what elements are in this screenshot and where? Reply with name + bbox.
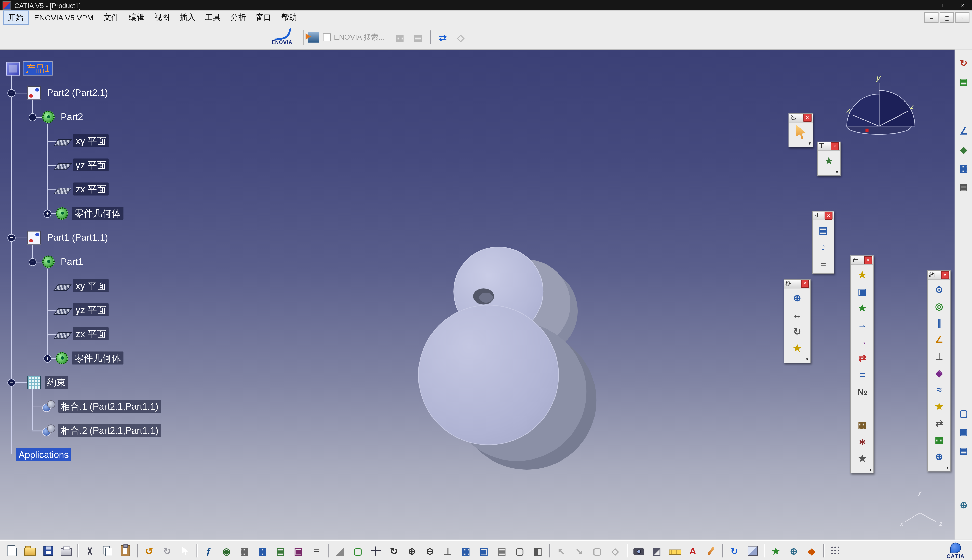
tree-item[interactable]: Applications <box>4 442 208 467</box>
save-icon[interactable] <box>40 543 57 559</box>
world-axis-icon[interactable]: ⊕ <box>956 496 972 512</box>
transfer-icon[interactable]: ⇄ <box>434 30 451 45</box>
toolbar-more-icon[interactable]: ▾ <box>806 358 808 362</box>
formula-icon[interactable]: ƒ <box>200 543 217 559</box>
tree-item-icon[interactable] <box>54 139 72 146</box>
knowledge-icon[interactable]: ◉ <box>218 543 235 559</box>
tree-item-label[interactable]: zx 平面 <box>73 327 109 340</box>
close-icon[interactable]: × <box>864 256 872 264</box>
enovia-window-icon[interactable]: ▤ <box>410 30 427 45</box>
material-icon[interactable]: ◆ <box>803 543 820 559</box>
normal-view-icon[interactable]: ⊥ <box>439 543 456 559</box>
gears-icon[interactable]: ★ <box>768 543 784 559</box>
tree-expand-handle[interactable] <box>7 233 15 242</box>
maximize-button[interactable]: □ <box>935 0 954 10</box>
tree-item-label[interactable]: 约束 <box>45 375 68 388</box>
toolbar-title-bar[interactable]: 约 × <box>928 271 950 280</box>
tree-item-label[interactable]: yz 平面 <box>73 303 109 316</box>
menu-help[interactable]: 帮助 <box>277 11 301 24</box>
close-icon[interactable]: × <box>801 280 809 288</box>
toolbar-title-bar[interactable]: 选 × <box>789 114 813 122</box>
tree-item-label[interactable]: 零件几何体 <box>72 207 123 220</box>
offset-constraint-icon[interactable]: ∥ <box>931 315 947 330</box>
tree-item[interactable]: 零件几何体 <box>4 346 208 370</box>
tree-expand-handle[interactable] <box>28 113 37 121</box>
menu-edit[interactable]: 编辑 <box>125 11 149 24</box>
toolbar-more-icon[interactable]: ▾ <box>869 468 872 472</box>
tree-item-label[interactable]: Part2 <box>59 110 85 123</box>
frame-table-icon[interactable]: ▤ <box>956 442 972 458</box>
fly-down-icon[interactable]: ↘ <box>571 543 588 559</box>
render-style-icon[interactable]: ◩ <box>649 543 665 559</box>
tree-item-icon[interactable] <box>42 255 55 268</box>
multi-view-icon[interactable]: ▦ <box>457 543 474 559</box>
tree-item-icon[interactable] <box>54 188 72 194</box>
copy-icon[interactable] <box>99 543 116 559</box>
quick-view-icon[interactable]: ▣ <box>475 543 492 559</box>
cut-icon[interactable] <box>81 543 98 559</box>
close-icon[interactable]: × <box>825 212 833 220</box>
smart-move-icon[interactable]: ★ <box>789 340 805 356</box>
tree-item-label[interactable]: 相合.1 (Part2.1,Part1.1) <box>59 400 161 413</box>
quick-constraint-icon[interactable]: ≈ <box>931 382 947 397</box>
close-icon[interactable]: × <box>831 142 839 150</box>
enovia-pdm-icon[interactable]: ▦ <box>391 30 408 45</box>
distance-analysis-icon[interactable]: ▤ <box>956 178 972 194</box>
toolbar-more-icon[interactable]: ▾ <box>836 170 838 174</box>
tree-expand-handle[interactable] <box>7 378 15 387</box>
grid-dots-icon[interactable] <box>827 543 844 559</box>
mdi-close-button[interactable]: × <box>955 12 969 23</box>
tree-expand-handle[interactable] <box>43 354 52 362</box>
tree-item-icon[interactable] <box>56 352 68 364</box>
measure-inertia-icon[interactable]: ◆ <box>956 141 972 157</box>
tree-item-icon[interactable] <box>42 400 55 412</box>
reuse-pattern-icon[interactable]: ▦ <box>931 432 947 448</box>
new-document-icon[interactable] <box>4 543 21 559</box>
manage-representations-icon[interactable]: ▦ <box>854 417 870 433</box>
multi-instantiation-icon[interactable]: ∗ <box>854 434 870 449</box>
tree-item[interactable]: 约束 <box>4 370 208 394</box>
tree-item-icon[interactable] <box>27 86 41 100</box>
tree-item[interactable]: zx 平面 <box>4 177 208 201</box>
anchor-constraint-icon[interactable]: ⊥ <box>931 348 947 364</box>
redo-icon[interactable]: ↻ <box>159 543 176 559</box>
examine-icon[interactable]: ◇ <box>607 543 624 559</box>
tree-item[interactable]: Part2 <box>4 105 208 129</box>
measure-icon[interactable]: ∠ <box>956 123 972 139</box>
mdi-restore-button[interactable]: ▢ <box>940 12 954 23</box>
open-catalog-icon[interactable]: ▤ <box>956 73 972 89</box>
toolbar-product-structure[interactable]: 产 × ★ ▣ <box>850 255 874 473</box>
toolbar-title-bar[interactable]: 产 × <box>851 256 873 265</box>
angle-constraint-icon[interactable]: ∠ <box>931 332 947 347</box>
tree-item-label[interactable]: Part2 (Part2.1) <box>45 86 110 99</box>
tree-item-label[interactable]: yz 平面 <box>73 158 109 172</box>
gear-icon[interactable]: ★ <box>821 153 837 168</box>
menu-window[interactable]: 窗口 <box>252 11 276 24</box>
tree-expand-handle[interactable] <box>43 209 52 218</box>
tree-item-icon[interactable] <box>54 308 72 315</box>
existing-component-positioned-icon[interactable]: → <box>854 333 870 349</box>
tree-item-icon[interactable] <box>42 424 55 437</box>
viewport-3d[interactable]: y x z y x z <box>0 50 955 540</box>
tree-list-icon[interactable]: ≡ <box>815 255 831 271</box>
tree-item[interactable]: Part1 <box>4 249 208 273</box>
toolbar-title-bar[interactable]: 插 × <box>813 212 834 220</box>
camera-icon[interactable] <box>631 543 647 559</box>
toolbar-more-icon[interactable]: ▾ <box>946 466 949 470</box>
tree-item-icon[interactable] <box>27 375 41 389</box>
tree-item-icon[interactable] <box>54 332 72 339</box>
tree-item-label[interactable]: Part1 <box>59 255 85 268</box>
coincidence-constraint-icon[interactable]: ⊙ <box>931 282 947 297</box>
tree-item[interactable]: 零件几何体 <box>4 201 208 225</box>
tree-item-label[interactable]: 零件几何体 <box>72 352 123 364</box>
toolbar-more-icon[interactable]: ▾ <box>809 142 811 145</box>
annotation-icon[interactable]: A <box>684 543 701 559</box>
update-icon[interactable]: ↻ <box>956 55 972 70</box>
selective-load-icon[interactable] <box>854 400 870 416</box>
enovia-search-checkbox[interactable] <box>323 33 331 41</box>
tree-item-label[interactable]: Part1 (Part1.1) <box>45 231 110 244</box>
manipulation-compass-icon[interactable]: ⊕ <box>789 290 805 306</box>
walk-icon[interactable]: ▢ <box>589 543 606 559</box>
title-bar[interactable]: CATIA V5 - [Product1] – □ × <box>0 0 972 10</box>
menu-enovia-v5-vpm[interactable]: ENOVIA V5 VPM <box>30 12 98 23</box>
